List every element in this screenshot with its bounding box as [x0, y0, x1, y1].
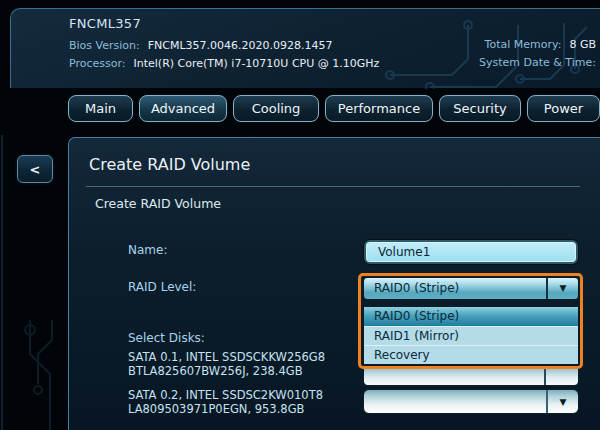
disk-2-description: SATA 0.2, INTEL SSDSC2KW010T8 LA80950397… — [128, 388, 323, 416]
disk-1-description: SATA 0.1, INTEL SSDSCKKW256G8 BTLA825607… — [128, 350, 325, 378]
circuit-pattern-decoration — [8, 320, 70, 430]
volume-name-input[interactable] — [364, 240, 578, 264]
highlight-box — [358, 273, 583, 369]
bios-screen: FNCML357 Bios Version: FNCML357.0046.202… — [0, 0, 600, 430]
dropdown-divider — [544, 369, 546, 385]
disk-1-line2: BTLA825607BW256J, 238.4GB — [128, 364, 325, 378]
bios-version-value: FNCML357.0046.2020.0928.1457 — [148, 39, 333, 52]
select-disks-label: Select Disks: — [128, 331, 205, 345]
tab-security[interactable]: Security — [439, 95, 521, 122]
name-label: Name: — [128, 243, 167, 257]
disk-1-dropdown[interactable] — [363, 369, 579, 386]
page-subtitle: Create RAID Volume — [95, 196, 221, 211]
left-edge-divider — [1, 135, 3, 430]
total-memory-value: 8 GB — [569, 38, 596, 51]
disk-1-line1: SATA 0.1, INTEL SSDSCKKW256G8 — [128, 350, 325, 364]
total-memory-label: Total Memory: — [485, 38, 562, 51]
tab-advanced[interactable]: Advanced — [139, 95, 227, 122]
tab-performance[interactable]: Performance — [325, 95, 433, 122]
raid-level-label: RAID Level: — [128, 280, 196, 294]
system-datetime-label: System Date & Time: — [479, 56, 596, 69]
disk-2-dropdown-button[interactable]: ▼ — [546, 390, 578, 413]
processor-label: Processor: — [69, 57, 126, 70]
disk-2-dropdown[interactable]: ▼ — [363, 389, 579, 414]
processor-value: Intel(R) Core(TM) i7-10710U CPU @ 1.10GH… — [134, 57, 380, 70]
page-title: Create RAID Volume — [89, 155, 250, 174]
disk-2-line2: LA809503971P0EGN, 953.8GB — [128, 402, 323, 416]
disk-2-line1: SATA 0.2, INTEL SSDSC2KW010T8 — [128, 388, 323, 402]
tab-cooling[interactable]: Cooling — [233, 95, 319, 122]
content-panel: Create RAID Volume Create RAID Volume Na… — [68, 137, 600, 430]
bios-version-label: Bios Version: — [69, 39, 140, 52]
back-button[interactable]: < — [17, 155, 53, 183]
header-bar: FNCML357 Bios Version: FNCML357.0046.202… — [10, 8, 600, 88]
main-tab-bar: Main Advanced Cooling Performance Securi… — [68, 95, 600, 122]
back-arrow-icon: < — [30, 162, 41, 177]
system-model-name: FNCML357 — [69, 16, 141, 31]
title-divider — [86, 186, 580, 187]
tab-main[interactable]: Main — [68, 95, 133, 122]
tab-power[interactable]: Power — [527, 95, 600, 122]
chevron-down-icon: ▼ — [560, 397, 567, 407]
